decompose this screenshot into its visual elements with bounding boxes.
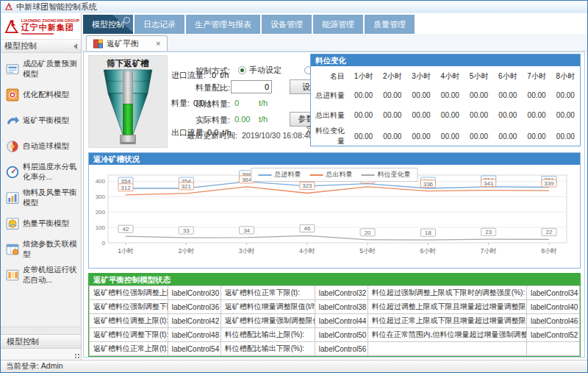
sidebar-item[interactable]: 优化配料模型 <box>1 82 81 107</box>
menu-item[interactable]: 能源管理 <box>313 15 363 34</box>
raw-amount-value: 0 <box>234 99 239 107</box>
window-body: LIAONING ZHONGXIN GROUP 辽宁中新集团 模型控制 成品矿质… <box>1 13 587 360</box>
level-cell: 00.00 <box>493 105 522 125</box>
sidebar-splitter[interactable]: ····· <box>1 327 81 334</box>
svg-text:0: 0 <box>102 240 106 246</box>
status-label: 料位在正常范围内,但料位增量超过增量强制调整限值的调整强度: <box>368 328 526 342</box>
status-label: 料位槽配比输出上限(%): <box>220 328 315 342</box>
menu-item[interactable]: 设备管理 <box>262 15 312 34</box>
svg-text:18: 18 <box>425 230 431 236</box>
level-cell: 00.00 <box>551 85 580 105</box>
level-cell: 00.00 <box>523 105 551 125</box>
level-col-header: 5小时 <box>465 68 493 85</box>
status-row: 返矿槽料位调整下限(t):labelControl48料位槽配比输出上限(%):… <box>90 328 580 342</box>
status-row: 返矿槽料位调整上限(t):labelControl42返矿槽料位增量强制调整限值… <box>90 314 580 328</box>
sidebar-item[interactable]: 返矿平衡模型 <box>1 107 81 133</box>
ratio-input[interactable] <box>231 80 272 93</box>
status-row: 返矿槽料位正常上限(t):labelControl54料位槽配比输出下限(%):… <box>90 342 580 356</box>
sidebar-item-label: 物料及风量平衡模型 <box>23 188 81 208</box>
tab-return-ore-balance[interactable]: 返矿平衡 × <box>86 35 168 51</box>
belt-status-icon <box>6 269 19 282</box>
level-cell: 00.00 <box>378 105 406 125</box>
menu-item[interactable]: 模型控制 <box>83 15 133 34</box>
splitter-dots-icon: ····· <box>32 327 49 333</box>
collapse-icon[interactable] <box>74 43 77 49</box>
svg-text:100: 100 <box>96 224 106 231</box>
model-status-panel: 返矿平衡控制模型状态 返矿槽料位强制调整上限(t):labelControl30… <box>88 273 581 357</box>
radio-manual[interactable]: 手动设定 <box>238 65 282 76</box>
menu-item[interactable]: 质量管理 <box>365 15 415 34</box>
sidebar-item[interactable]: 自动造球模型 <box>1 133 81 159</box>
svg-text:336: 336 <box>423 181 434 188</box>
status-value: labelControl40 <box>526 300 579 314</box>
sidebar-bottom-button[interactable]: 模型控制 <box>1 334 81 349</box>
sidebar-item[interactable]: 成品矿质量预测模型 <box>1 56 81 82</box>
actual-amount-value: 0.00 <box>234 115 250 124</box>
status-label: 返矿槽料位正常上限(t): <box>90 342 168 356</box>
level-col-header: 6小时 <box>493 68 522 85</box>
sidebar-item-label: 返矿平衡模型 <box>23 116 69 126</box>
status-label: 返矿槽料位正常下限(t): <box>220 286 315 300</box>
level-cell: 00.00 <box>349 125 378 147</box>
actual-amount-label: 实际料量: <box>196 115 230 126</box>
sidebar-item[interactable]: 热量平衡模型 <box>1 210 81 236</box>
level-col-header: 3小时 <box>407 68 436 85</box>
level-cell: 00.00 <box>493 125 522 147</box>
svg-text:3小时: 3小时 <box>239 247 255 255</box>
sidebar-item[interactable]: 焙烧参数关联模型 <box>1 236 81 262</box>
menu-item[interactable]: 日志记录 <box>135 15 184 34</box>
svg-text:200: 200 <box>96 209 106 216</box>
status-row: 返矿槽料位强制调整上限(t):labelControl30返矿槽料位正常下限(t… <box>90 286 580 300</box>
chart-panel-title: 返冷矿槽状况 <box>89 153 580 165</box>
status-value: labelControl50 <box>315 328 368 342</box>
status-value: labelControl48 <box>168 328 220 342</box>
legend-item: 料位变化量 <box>362 170 411 180</box>
level-cell: 00.00 <box>407 85 436 105</box>
svg-text:5小时: 5小时 <box>359 247 376 255</box>
level-cell: 00.00 <box>436 125 465 147</box>
status-value: labelControl32 <box>315 286 368 300</box>
level-row-name: 总进料量 <box>311 85 349 105</box>
level-col-header: 4小时 <box>436 68 465 85</box>
level-cell: 00.00 <box>407 105 436 125</box>
level-change-table: 名目1小时2小时3小时4小时5小时6小时7小时8小时总进料量00.0000.00… <box>311 68 580 147</box>
menu-item[interactable]: 生产管理与报表 <box>186 15 260 34</box>
svg-text:6小时: 6小时 <box>420 247 437 255</box>
sidebar-item[interactable]: 料层温度水分氧化率分... <box>1 159 81 185</box>
sidebar-item-label: 皮带机组运行状态自动... <box>23 265 81 285</box>
status-label: 料位超过正常上限或下限且增量超过增量调整限值的调整强度: <box>368 314 526 328</box>
status-label: 返矿槽料位增量调整限值(t/h): <box>220 300 315 314</box>
logo-line-en: LIAONING ZHONGXIN GROUP <box>21 18 79 23</box>
overflow-dots-icon[interactable] <box>75 354 76 355</box>
pellet-icon <box>6 140 19 153</box>
level-cell: 00.00 <box>349 105 378 125</box>
radio-selected-icon[interactable] <box>238 66 246 74</box>
level-col-header: 7小时 <box>523 68 551 85</box>
sidebar-mini-row[interactable] <box>1 349 81 360</box>
svg-text:1小时: 1小时 <box>118 247 134 255</box>
ratio-label: 料量配比: <box>196 82 230 93</box>
level-col-header: 8小时 <box>551 68 580 85</box>
sidebar-item[interactable]: 物料及风量平衡模型 <box>1 185 81 210</box>
svg-text:7小时: 7小时 <box>481 247 497 255</box>
status-label <box>368 342 526 356</box>
svg-text:20: 20 <box>365 230 371 236</box>
content-area: 筛下返矿槽 <box>83 51 585 358</box>
hopper-title: 筛下返矿槽 <box>89 56 167 69</box>
svg-text:33: 33 <box>183 227 190 234</box>
chart-legend: 总进料量总出料量料位变化量 <box>251 168 418 182</box>
level-row: 总进料量00.0000.0000.0000.0000.0000.0000.000… <box>311 85 580 105</box>
report-icon <box>6 63 19 76</box>
control-mode-label: 控制方式: <box>196 65 230 77</box>
svg-text:8小时: 8小时 <box>541 247 557 255</box>
app-window: 中新球团智能控制系统 LIAONING ZHONGXIN GROUP 辽宁中新集… <box>0 0 588 373</box>
status-bar: 当前登录: Admin <box>1 360 587 372</box>
svg-text:341: 341 <box>484 180 494 187</box>
status-label: 返矿槽料位调整上限(t): <box>90 314 168 328</box>
status-value: labelControl44 <box>315 314 368 328</box>
status-value: labelControl38 <box>315 300 368 314</box>
level-cell: 00.00 <box>465 85 493 105</box>
tab-close-icon[interactable]: × <box>156 40 160 48</box>
sidebar-header[interactable]: 模型控制 <box>1 40 81 53</box>
sidebar-item[interactable]: 皮带机组运行状态自动... <box>1 262 81 288</box>
